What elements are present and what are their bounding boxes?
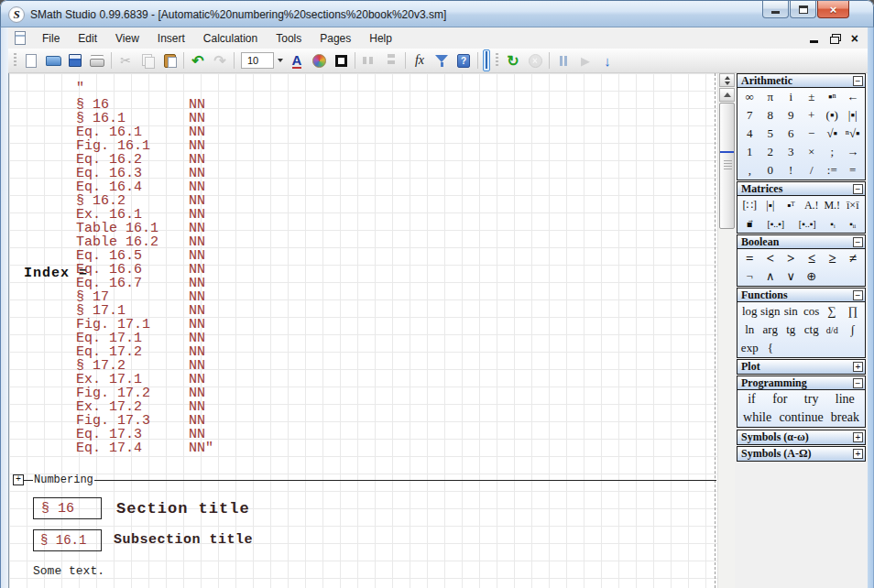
save-button[interactable] (64, 50, 86, 71)
font-size-select[interactable]: 10 (241, 52, 274, 69)
section-number-box[interactable]: § 16 (33, 497, 102, 519)
palette-item[interactable]: while (743, 410, 771, 425)
palette-item[interactable]: sign (760, 304, 781, 319)
palette-item[interactable]: 5 (760, 126, 781, 141)
palette-item[interactable]: arg (760, 322, 781, 337)
undo-button[interactable]: ↶ (187, 50, 209, 71)
palette-item[interactable]: ⁿ√▪ (843, 126, 864, 141)
scrollbar-split-button[interactable] (719, 73, 735, 87)
menu-calculation[interactable]: Calculation (194, 28, 267, 49)
menu-view[interactable]: View (106, 28, 148, 49)
palette-item[interactable]: line (836, 392, 855, 407)
palette-item[interactable]: 1 (739, 145, 760, 159)
palette-item[interactable]: ▪ᵢᵢ (849, 219, 856, 229)
palette-item[interactable]: ∫ (843, 322, 864, 337)
collapse-icon[interactable]: − (853, 237, 863, 247)
palette-item[interactable]: = (843, 163, 864, 178)
expand-icon[interactable]: + (853, 362, 863, 372)
palette-item[interactable]: > (781, 251, 802, 267)
palette-item[interactable]: ▪ⁿ (822, 90, 843, 104)
vertical-scrollbar[interactable] (717, 73, 735, 588)
palette-item[interactable]: ∞ (739, 90, 760, 104)
toolbar-grip[interactable] (14, 53, 16, 68)
collapse-icon[interactable]: − (853, 184, 863, 194)
palette-item[interactable]: M.! (822, 199, 843, 212)
mdi-minimize-button[interactable] (810, 40, 818, 43)
palette-header-arithmetic[interactable]: Arithmetic− (737, 74, 865, 88)
new-button[interactable] (20, 50, 42, 71)
palette-item[interactable]: ∨ (781, 269, 802, 284)
minimize-button[interactable] (762, 1, 789, 18)
font-button[interactable]: A (286, 50, 308, 71)
palette-item[interactable]: ± (802, 90, 823, 104)
paste-button[interactable] (158, 50, 180, 71)
palette-item[interactable]: for (772, 392, 787, 407)
palette-item[interactable]: log (739, 304, 760, 319)
mdi-close-button[interactable]: × (851, 33, 858, 44)
palette-item[interactable]: i (781, 90, 802, 104)
document-icon[interactable] (15, 31, 26, 45)
palette-item[interactable]: 2 (760, 145, 781, 159)
close-button[interactable]: × (817, 1, 849, 18)
palette-header-symbols-α-ω[interactable]: Symbols (Α-Ω)+ (737, 447, 865, 461)
align-vertical-button[interactable] (380, 50, 402, 71)
palette-item[interactable]: ∧ (760, 269, 781, 284)
subsection-number-box[interactable]: § 16.1 (33, 529, 102, 551)
palette-item[interactable]: A.! (802, 199, 823, 212)
palette-item[interactable]: 8 (760, 108, 781, 123)
print-button[interactable] (86, 50, 108, 71)
play-button[interactable]: ▶ (574, 50, 596, 71)
palette-item[interactable]: ▪⃗ (747, 219, 753, 229)
function-button[interactable]: fx (409, 50, 431, 71)
palette-item[interactable]: × (802, 145, 823, 159)
palette-item[interactable]: ¬ (739, 269, 760, 284)
palette-item[interactable]: ▪ᵀ (781, 199, 802, 212)
palette-item[interactable]: 3 (781, 145, 802, 159)
palette-item[interactable]: ∏ (843, 304, 864, 319)
filter-button[interactable] (431, 50, 453, 71)
palette-item[interactable]: tg (781, 322, 802, 337)
subsection-title-text[interactable]: Subsection title (114, 532, 253, 548)
copy-button[interactable] (137, 50, 158, 71)
palette-item[interactable]: ≤ (802, 251, 823, 267)
palette-item[interactable]: |▪| (843, 108, 864, 123)
palette-item[interactable]: (▪) (822, 108, 843, 123)
palette-item[interactable]: ⊕ (802, 269, 823, 284)
palette-item[interactable]: := (822, 163, 843, 178)
palette-item[interactable]: → (843, 145, 864, 159)
stop-button[interactable]: × (524, 50, 546, 71)
recalculate-button[interactable]: ↻ (502, 50, 524, 71)
palette-item[interactable]: ← (843, 90, 864, 104)
palette-item[interactable]: cos (802, 304, 823, 319)
palette-header-matrices[interactable]: Matrices− (737, 182, 865, 196)
worksheet-canvas[interactable]: Index = " § 16NN§ 16.1NNEq. 16.1NNFig. 1… (8, 73, 717, 588)
palette-item[interactable]: sin (781, 304, 802, 319)
menu-pages[interactable]: Pages (311, 28, 360, 49)
collapse-icon[interactable]: − (853, 378, 863, 388)
palette-item[interactable]: ctg (802, 322, 823, 337)
palette-item[interactable]: = (739, 251, 760, 267)
mdi-restore-button[interactable] (830, 34, 839, 42)
title-bar[interactable]: S SMath Studio 0.99.6839 - [Automatic%20… (0, 0, 874, 27)
palette-header-symbols-α-ω[interactable]: Symbols (α-ω)+ (737, 430, 865, 444)
color-button[interactable] (308, 50, 330, 71)
expand-icon[interactable]: + (13, 474, 24, 485)
palette-item[interactable]: 9 (781, 108, 802, 123)
menu-help[interactable]: Help (360, 28, 401, 49)
palette-item[interactable]: ≠ (843, 251, 864, 267)
palette-header-plot[interactable]: Plot+ (737, 360, 865, 374)
scrollbar-up-button[interactable] (719, 88, 735, 102)
palette-item[interactable]: try (804, 392, 819, 407)
palette-header-boolean[interactable]: Boolean− (737, 235, 865, 249)
palette-item[interactable]: 4 (739, 126, 760, 141)
reference-button[interactable]: ? (453, 50, 475, 71)
palette-item[interactable]: exp (739, 341, 760, 355)
palette-item[interactable]: ∑ (822, 304, 843, 319)
expand-icon[interactable]: + (853, 449, 863, 459)
palette-item[interactable]: ! (781, 163, 802, 178)
palette-item[interactable]: 0 (760, 163, 781, 178)
index-matrix-region[interactable]: " § 16NN§ 16.1NNEq. 16.1NNFig. 16.1NNEq.… (76, 82, 213, 455)
palette-item[interactable]: + (802, 108, 823, 123)
body-text-region[interactable]: Some text. (33, 564, 104, 578)
menu-tools[interactable]: Tools (267, 28, 311, 49)
